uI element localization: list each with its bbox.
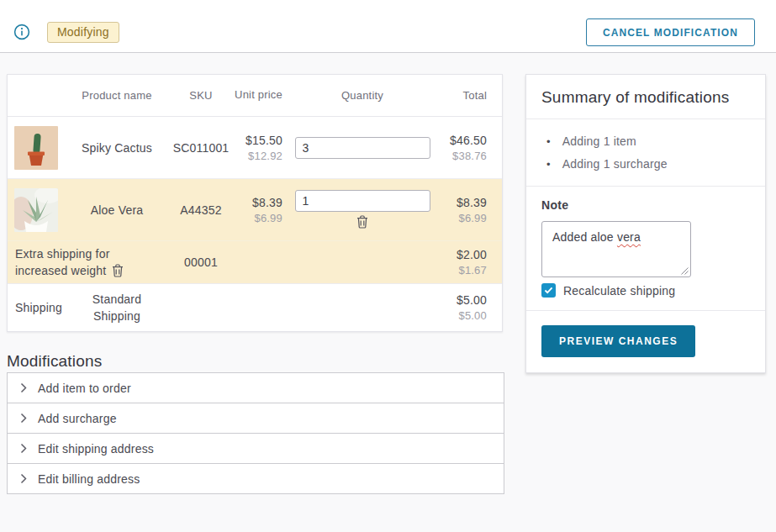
quantity-cell — [287, 190, 438, 230]
trash-icon — [356, 215, 368, 229]
remove-surcharge-button[interactable] — [109, 262, 126, 279]
accordion-label: Add item to order — [38, 382, 131, 395]
unit-price: $15.50 — [233, 134, 282, 147]
quantity-input-aloe-vera[interactable] — [295, 190, 430, 212]
total-cell: $8.39 $6.99 — [438, 196, 502, 224]
top-bar: Modifying CANCEL MODIFICATION — [0, 0, 776, 53]
accordion-label: Edit shipping address — [38, 442, 154, 456]
quantity-input-spiky-cactus[interactable] — [295, 137, 430, 159]
note-label: Note — [541, 198, 750, 212]
check-icon — [544, 287, 553, 294]
total-price: $8.39 — [438, 196, 487, 209]
summary-of-modifications-panel: Summary of modifications Adding 1 item A… — [525, 74, 766, 373]
info-circle-icon[interactable] — [13, 24, 30, 40]
total-cell: $46.50 $38.76 — [438, 134, 502, 162]
remove-aloe-vera-button[interactable] — [354, 213, 371, 230]
product-image-spiky-cactus — [8, 126, 65, 170]
accordion-edit-shipping-address[interactable]: Edit shipping address — [7, 433, 504, 464]
summary-item: Adding 1 item — [546, 130, 750, 153]
table-row-aloe-vera: Aloe Vera A44352 $8.39 $6.99 $8.39 $6.99 — [8, 179, 502, 241]
shipping-method-text: Standard Shipping — [82, 291, 151, 325]
surcharge-label-text: Extra shipping for increased weight — [15, 247, 110, 277]
modifications-title: Modifications — [7, 352, 102, 371]
product-sku: SC011001 — [169, 141, 233, 155]
total-price-secondary: $38.76 — [438, 150, 487, 162]
resize-handle-icon[interactable] — [680, 266, 689, 275]
recalculate-shipping-option[interactable]: Recalculate shipping — [541, 283, 750, 298]
table-row-surcharge: Extra shipping for increased weight 0000… — [8, 241, 502, 283]
total-price-secondary: $6.99 — [438, 212, 487, 224]
table-row-shipping: Shipping Standard Shipping $5.00 $5.00 — [8, 283, 502, 331]
product-image-aloe-vera — [8, 188, 65, 232]
accordion-add-item-to-order[interactable]: Add item to order — [7, 372, 504, 403]
note-section: Note Added aloe vera Recalculate shippin… — [526, 187, 765, 298]
unit-price-secondary: $12.92 — [233, 150, 282, 162]
unit-price-secondary: $6.99 — [233, 212, 282, 224]
column-header-quantity: Quantity — [287, 89, 438, 102]
quantity-cell — [287, 137, 438, 159]
total-price: $2.00 — [438, 248, 487, 261]
chevron-right-icon — [20, 443, 27, 454]
total-price-secondary: $1.67 — [438, 264, 487, 277]
product-name: Aloe Vera — [65, 203, 169, 217]
total-cell: $5.00 $5.00 — [438, 293, 502, 322]
shipping-label: Shipping — [8, 301, 65, 314]
modifications-accordion: Add item to order Add surcharge Edit shi… — [7, 372, 504, 494]
column-header-unit-price: Unit price — [233, 87, 287, 103]
accordion-add-surcharge[interactable]: Add surcharge — [7, 403, 504, 434]
shipping-method: Standard Shipping — [65, 291, 169, 325]
accordion-label: Edit billing address — [38, 472, 140, 486]
accordion-edit-billing-address[interactable]: Edit billing address — [7, 463, 504, 494]
modification-summary-list: Adding 1 item Adding 1 surcharge — [526, 119, 765, 187]
table-row-spiky-cactus: Spiky Cactus SC011001 $15.50 $12.92 $46.… — [8, 117, 502, 179]
column-header-sku: SKU — [169, 89, 233, 102]
summary-item: Adding 1 surcharge — [546, 153, 750, 176]
chevron-right-icon — [20, 382, 27, 393]
product-sku: A44352 — [169, 203, 233, 217]
note-textarea[interactable]: Added aloe vera — [541, 221, 691, 277]
chevron-right-icon — [20, 413, 27, 424]
unit-price-cell: $15.50 $12.92 — [233, 134, 287, 162]
recalculate-shipping-checkbox[interactable] — [541, 283, 556, 298]
column-header-total: Total — [438, 89, 502, 102]
total-price: $46.50 — [438, 134, 487, 147]
note-text: Added aloe — [552, 230, 617, 244]
chevron-right-icon — [20, 473, 27, 484]
status-badge: Modifying — [47, 22, 119, 43]
note-misspelled-word: vera — [617, 230, 641, 244]
panel-title: Summary of modifications — [526, 75, 765, 119]
order-items-table: Product name SKU Unit price Quantity Tot… — [7, 74, 503, 332]
total-cell: $2.00 $1.67 — [438, 248, 502, 277]
total-price: $5.00 — [438, 293, 487, 307]
total-price-secondary: $5.00 — [438, 309, 487, 322]
accordion-label: Add surcharge — [38, 412, 117, 425]
recalculate-shipping-label: Recalculate shipping — [563, 284, 675, 298]
surcharge-sku: 00001 — [169, 255, 233, 269]
trash-icon — [112, 264, 124, 277]
product-name: Spiky Cactus — [65, 141, 169, 155]
panel-footer: PREVIEW CHANGES — [526, 310, 765, 372]
column-header-product: Product name — [65, 89, 169, 102]
table-header-row: Product name SKU Unit price Quantity Tot… — [8, 75, 502, 117]
unit-price: $8.39 — [233, 196, 282, 209]
cancel-modification-button[interactable]: CANCEL MODIFICATION — [586, 18, 755, 46]
surcharge-label: Extra shipping for increased weight — [8, 245, 169, 280]
unit-price-cell: $8.39 $6.99 — [233, 196, 287, 224]
preview-changes-button[interactable]: PREVIEW CHANGES — [541, 325, 695, 357]
